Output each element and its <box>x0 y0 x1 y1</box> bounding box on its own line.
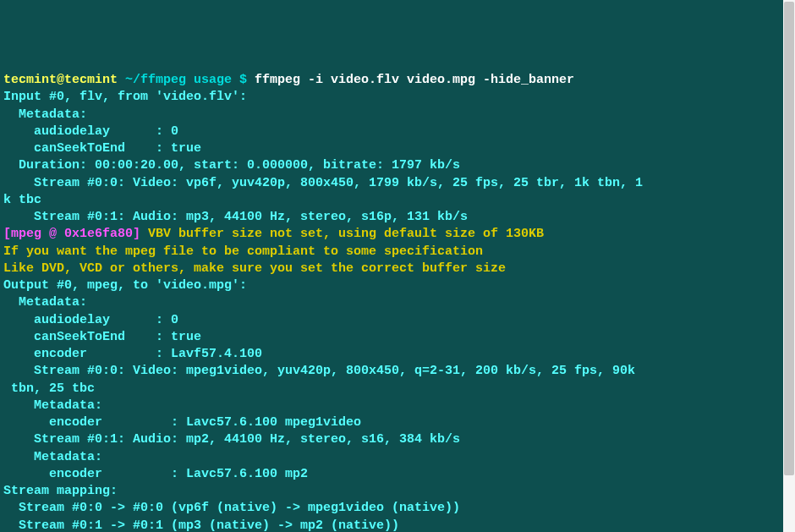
output-line: Stream #0:1: Audio: mp3, 44100 Hz, stere… <box>3 210 468 224</box>
prompt-command: ffmpeg -i video.flv video.mpg -hide_bann… <box>255 73 574 87</box>
warning-line: Like DVD, VCD or others, make sure you s… <box>3 261 506 276</box>
prompt-path: ~/ffmpeg usage $ <box>118 73 255 87</box>
warning-message: VBV buffer size not set, using default s… <box>148 227 544 241</box>
output-line: encoder : Lavc57.6.100 mp2 <box>3 467 308 481</box>
output-line: k tbc <box>3 193 41 207</box>
output-line: canSeekToEnd : true <box>3 141 201 156</box>
output-line: Output #0, mpeg, to 'video.mpg': <box>3 278 247 293</box>
output-line: Metadata: <box>3 107 87 122</box>
warning-tag: [mpeg @ 0x1e6fa80] <box>3 227 148 241</box>
output-line: Metadata: <box>3 398 102 413</box>
scrollbar-thumb[interactable] <box>784 2 794 475</box>
output-line: canSeekToEnd : true <box>3 330 201 344</box>
output-line: Stream #0:0: Video: mpeg1video, yuv420p,… <box>3 364 635 378</box>
output-line: Stream #0:0 -> #0:0 (vp6f (native) -> mp… <box>3 501 460 515</box>
scrollbar[interactable] <box>783 0 795 532</box>
warning-line: If you want the mpeg file to be complian… <box>3 244 483 259</box>
output-line: Input #0, flv, from 'video.flv': <box>3 90 247 104</box>
output-line: tbn, 25 tbc <box>3 381 95 396</box>
output-line: Duration: 00:00:20.00, start: 0.000000, … <box>3 158 460 173</box>
output-line: Metadata: <box>3 450 102 464</box>
output-line: encoder : Lavc57.6.100 mpeg1video <box>3 415 361 430</box>
output-line: audiodelay : 0 <box>3 124 178 139</box>
output-line: audiodelay : 0 <box>3 313 178 327</box>
output-line: Stream #0:0: Video: vp6f, yuv420p, 800x4… <box>3 176 643 190</box>
output-line: Metadata: <box>3 295 87 310</box>
output-line: Stream mapping: <box>3 484 118 498</box>
output-line: Stream #0:1: Audio: mp2, 44100 Hz, stere… <box>3 432 460 447</box>
output-line: Stream #0:1 -> #0:1 (mp3 (native) -> mp2… <box>3 518 399 533</box>
terminal-output[interactable]: tecmint@tecmint ~/ffmpeg usage $ ffmpeg … <box>3 72 792 532</box>
prompt-userhost: tecmint@tecmint <box>3 73 118 87</box>
output-line: encoder : Lavf57.4.100 <box>3 347 262 361</box>
